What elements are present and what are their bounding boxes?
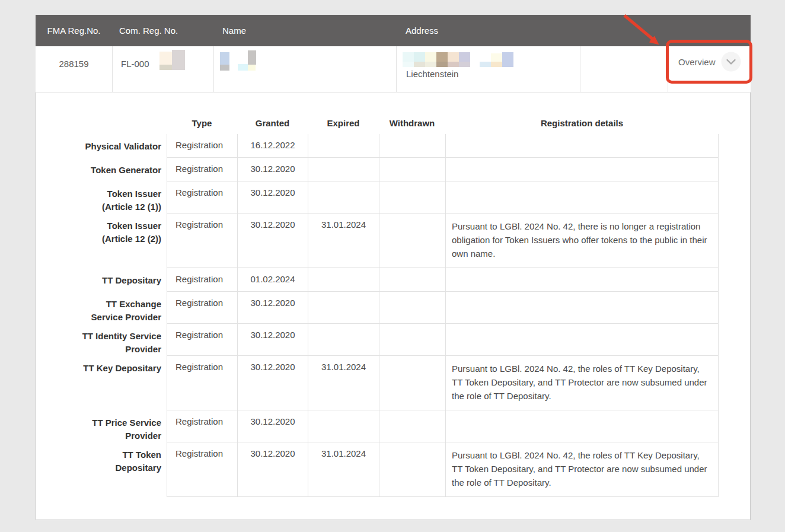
- granted-cell: 30.12.2020: [237, 410, 308, 442]
- expired-cell: [308, 134, 379, 158]
- registration-details-cell: [445, 324, 719, 356]
- type-cell: Registration: [167, 356, 237, 410]
- registration-details-table: Type Granted Expired Withdrawn Registrat…: [36, 93, 751, 497]
- granted-cell: 30.12.2020: [237, 356, 308, 410]
- withdrawn-cell: [379, 181, 445, 214]
- role-label: Token Issuer (Article 12 (1)): [72, 181, 161, 214]
- registration-details-cell: Pursuant to LGBl. 2024 No. 42, the roles…: [445, 442, 719, 497]
- table-row: Token Issuer (Article 12 (2)) Registrati…: [36, 214, 751, 268]
- detail-header-granted: Granted: [237, 118, 308, 128]
- redaction-block: [220, 52, 229, 65]
- overview-label: Overview: [678, 57, 716, 67]
- table-row: TT Key Depositary Registration 30.12.202…: [36, 356, 751, 410]
- expired-cell: [308, 410, 379, 442]
- withdrawn-cell: [379, 134, 445, 158]
- withdrawn-cell: [379, 214, 445, 268]
- withdrawn-cell: [379, 292, 445, 324]
- detail-header-row: Type Granted Expired Withdrawn Registrat…: [36, 118, 751, 128]
- redaction-block: [459, 62, 470, 67]
- type-cell: Registration: [167, 134, 237, 158]
- registration-details-cell: [445, 158, 719, 181]
- redaction-block: [414, 52, 425, 62]
- redaction-block: [425, 52, 436, 62]
- redaction-block: [425, 62, 436, 67]
- redaction-block: [414, 62, 425, 67]
- column-header-fma-reg-no: FMA Reg.No.: [36, 15, 112, 46]
- fma-reg-no-cell: 288159: [36, 46, 112, 92]
- table-row: Token Generator Registration 30.12.2020: [36, 158, 751, 181]
- expired-cell: [308, 268, 379, 292]
- role-label: Token Generator: [72, 158, 161, 181]
- type-cell: Registration: [167, 410, 237, 442]
- withdrawn-cell: [379, 268, 445, 292]
- expired-cell: 31.01.2024: [308, 356, 379, 410]
- overview-dropdown-button[interactable]: Overview: [678, 52, 741, 72]
- detail-header-spacer: [72, 118, 161, 128]
- role-label: TT Token Depositary: [72, 442, 161, 497]
- expired-cell: 31.01.2024: [308, 442, 379, 497]
- registration-details-cell: [445, 410, 719, 442]
- expired-cell: [308, 292, 379, 324]
- redaction-block: [159, 65, 172, 70]
- expired-cell: [308, 324, 379, 356]
- role-label: TT Identity Service Provider: [72, 324, 161, 356]
- page: FMA Reg.No. Com. Reg. No. Name Address 2…: [0, 0, 785, 532]
- overview-cell: Overview: [668, 46, 751, 92]
- table-row: Token Issuer (Article 12 (1)) Registrati…: [36, 181, 751, 214]
- column-header-com-reg-no: Com. Reg. No.: [112, 15, 213, 46]
- redaction-block: [172, 50, 185, 70]
- role-label: TT Price Service Provider: [72, 410, 161, 442]
- registration-details-cell: Pursuant to LGBl. 2024 No. 42, there is …: [445, 214, 719, 268]
- expired-cell: 31.01.2024: [308, 214, 379, 268]
- redaction-block: [459, 52, 470, 62]
- granted-cell: 16.12.2022: [237, 134, 308, 158]
- type-cell: Registration: [167, 292, 237, 324]
- type-cell: Registration: [167, 442, 237, 497]
- detail-header-withdrawn: Withdrawn: [379, 118, 445, 128]
- granted-cell: 30.12.2020: [237, 324, 308, 356]
- redaction-block: [238, 64, 248, 71]
- table-row: TT Exchange Service Provider Registratio…: [36, 292, 751, 324]
- registration-details-cell: [445, 134, 719, 158]
- com-reg-no-cell: FL-000: [112, 46, 213, 92]
- column-header-empty: [580, 15, 668, 46]
- redaction-block: [436, 62, 448, 67]
- table-row: TT Token Depositary Registration 30.12.2…: [36, 442, 751, 497]
- redaction-block: [448, 52, 459, 62]
- empty-cell: [580, 46, 668, 92]
- redaction-block: [403, 52, 414, 62]
- redaction-block: [448, 62, 459, 67]
- redaction-block: [491, 53, 502, 62]
- withdrawn-cell: [379, 442, 445, 497]
- type-cell: Registration: [167, 158, 237, 181]
- summary-header-row: FMA Reg.No. Com. Reg. No. Name Address: [36, 15, 751, 46]
- granted-cell: 30.12.2020: [237, 181, 308, 214]
- role-label: TT Key Depositary: [72, 356, 161, 410]
- register-entry-card: FMA Reg.No. Com. Reg. No. Name Address 2…: [36, 15, 751, 520]
- address-cell: Liechtenstein: [396, 46, 580, 92]
- com-reg-no-text: FL-000: [121, 59, 149, 69]
- withdrawn-cell: [379, 410, 445, 442]
- detail-header-type: Type: [167, 118, 237, 128]
- registration-details-cell: [445, 292, 719, 324]
- table-row: TT Identity Service Provider Registratio…: [36, 324, 751, 356]
- role-label: TT Exchange Service Provider: [72, 292, 161, 324]
- name-cell-redacted: [213, 46, 396, 92]
- type-cell: Registration: [167, 324, 237, 356]
- detail-header-registration-details: Registration details: [445, 118, 719, 128]
- type-cell: Registration: [167, 214, 237, 268]
- redaction-block: [403, 62, 414, 67]
- redaction-block: [248, 50, 256, 65]
- address-country-text: Liechtenstein: [406, 69, 458, 79]
- granted-cell: 01.02.2024: [237, 268, 308, 292]
- column-header-address: Address: [396, 15, 580, 46]
- table-row: TT Depositary Registration 01.02.2024: [36, 268, 751, 292]
- redaction-block: [491, 62, 502, 67]
- role-label: Physical Validator: [72, 134, 161, 158]
- redaction-block: [159, 52, 172, 65]
- role-label: Token Issuer (Article 12 (2)): [72, 214, 161, 268]
- summary-data-row: 288159 FL-000 Liechtenstein Overview: [36, 46, 751, 93]
- column-header-overview: [668, 15, 751, 46]
- table-row: TT Price Service Provider Registration 3…: [36, 410, 751, 442]
- redaction-block: [436, 52, 448, 62]
